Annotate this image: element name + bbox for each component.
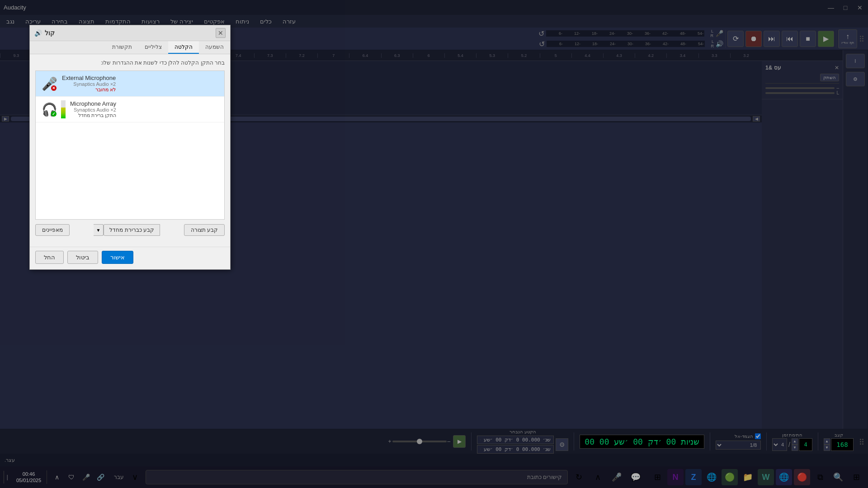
mic-array-badge: ✓	[51, 111, 57, 117]
dialog-apply-button[interactable]: החל	[35, 251, 64, 264]
dialog-tabs: השמעה הקלטה צליליים תקשורת	[30, 41, 230, 54]
tab-playback[interactable]: השמעה	[199, 41, 230, 54]
dialog-title-text: קול	[45, 29, 55, 37]
dialog-instruction: בחר התקן הקלטה להלן כדי לשנות את ההגדרות…	[35, 60, 225, 66]
device-list: External Microphone Synaptics Audio ×2 ל…	[35, 70, 225, 220]
set-default-button[interactable]: קבע כברירת מחדל	[104, 224, 160, 236]
device-icon-area-array: 🎧 ✓	[41, 100, 66, 118]
device-status-array: התקן ברירת מחדל	[70, 113, 116, 118]
device-icon-external: 🎤 ✕	[41, 75, 57, 92]
tab-recording[interactable]: הקלטה	[168, 41, 199, 54]
dialog-footer: אישור ביטול החל	[30, 247, 230, 269]
device-status-external: לא מחובר	[62, 87, 116, 93]
device-info-mic-array: Microphone Array Synaptics Audio ×2 התקן…	[70, 100, 116, 118]
dialog-cancel-button[interactable]: ביטול	[67, 251, 98, 264]
dialog-title: קול 🔊	[34, 29, 55, 37]
dialog-header: ✕ קול 🔊	[30, 25, 230, 41]
dialog-actions: קבע תצורה קבע כברירת מחדל ▼ מאפיינים	[35, 224, 225, 236]
tab-communications[interactable]: תקשורת	[106, 41, 138, 54]
dialog-title-icon: 🔊	[34, 29, 42, 37]
tab-sounds[interactable]: צליליים	[138, 41, 168, 54]
properties-button[interactable]: מאפיינים	[35, 224, 70, 236]
configure-button[interactable]: קבע תצורה	[184, 224, 225, 236]
dialog-body: בחר התקן הקלטה להלן כדי לשנות את ההגדרות…	[30, 54, 230, 247]
set-default-group: קבע כברירת מחדל ▼	[94, 224, 160, 236]
device-item-external-mic[interactable]: External Microphone Synaptics Audio ×2 ל…	[36, 71, 224, 97]
device-level-fill	[61, 108, 66, 118]
device-sub-external: Synaptics Audio ×2	[62, 81, 116, 87]
device-item-mic-array[interactable]: Microphone Array Synaptics Audio ×2 התקן…	[36, 97, 224, 122]
set-default-arrow-button[interactable]: ▼	[94, 224, 104, 236]
device-name-external: External Microphone	[62, 75, 116, 81]
external-mic-badge: ✕	[51, 85, 57, 91]
device-name-array: Microphone Array	[70, 100, 116, 107]
device-icon-array: 🎧 ✓	[41, 101, 57, 117]
dialog-ok-button[interactable]: אישור	[102, 251, 133, 264]
sound-dialog: ✕ קול 🔊 השמעה הקלטה צליליים תקשורת בחר ה…	[29, 25, 231, 270]
device-info-external-mic: External Microphone Synaptics Audio ×2 ל…	[62, 75, 116, 93]
device-sub-array: Synaptics Audio ×2	[70, 107, 116, 113]
device-level-bar	[61, 100, 66, 118]
dialog-close-button[interactable]: ✕	[216, 28, 226, 38]
dialog-overlay: ✕ קול 🔊 השמעה הקלטה צליליים תקשורת בחר ה…	[0, 0, 868, 488]
